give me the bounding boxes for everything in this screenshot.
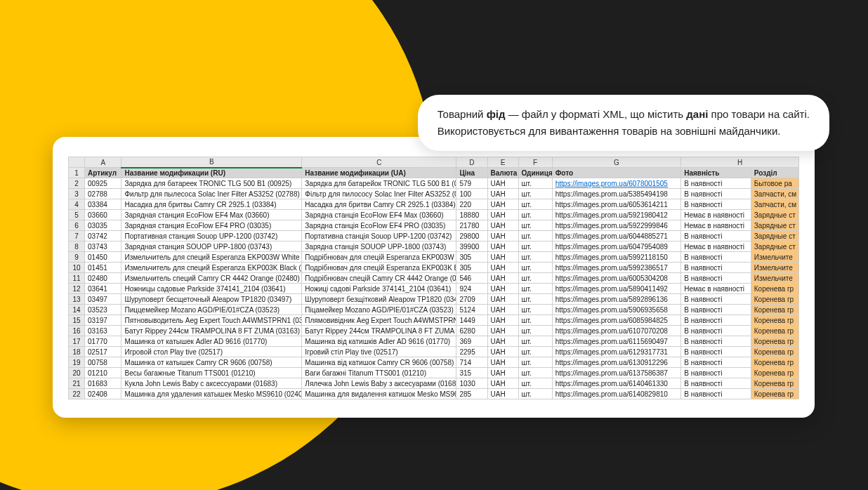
cell-price[interactable]: 100 — [456, 189, 487, 199]
cell-unit[interactable]: шт. — [518, 199, 552, 210]
cell-article[interactable]: 02517 — [85, 347, 121, 357]
cell-photo[interactable]: https://images.prom.ua/6130912296 — [552, 357, 680, 368]
cell-unit[interactable]: шт. — [518, 241, 552, 252]
cell-name-ua[interactable]: Плямовивідник Aeg Expert Touch A4WMSTPRN… — [302, 315, 456, 326]
cell-article[interactable]: 02480 — [85, 273, 121, 284]
cell-photo[interactable]: https://images.prom.ua/6085984825 — [552, 315, 680, 326]
cell-availability[interactable]: В наявності — [681, 294, 751, 305]
cell-name-ua[interactable]: Лялечка John Lewis Baby з аксесуарами (0… — [302, 378, 456, 389]
cell-photo[interactable]: https://images.prom.ua/5892896136 — [552, 294, 680, 305]
cell-price[interactable]: 579 — [456, 178, 487, 189]
cell-price[interactable]: 39900 — [456, 241, 487, 252]
cell-name-ua[interactable]: Ігровий стіл Play tive (02517) — [302, 347, 456, 357]
cell-article[interactable]: 01451 — [85, 263, 121, 273]
cell-price[interactable]: 305 — [456, 252, 487, 263]
cell-photo[interactable]: https://images.prom.ua/6005304208 — [552, 273, 680, 284]
cell-name-ua[interactable]: Машинка від катишок Camry CR 9606 (00758… — [302, 357, 456, 368]
cell-availability[interactable]: В наявності — [681, 252, 751, 263]
cell-name-ua[interactable]: Подрібнювач для спецій Esperanza EKP003K… — [302, 263, 456, 273]
row-number-1[interactable]: 1 — [69, 168, 85, 178]
cell-price[interactable]: 1449 — [456, 315, 487, 326]
cell-photo[interactable]: https://images.prom.ua/6047954089 — [552, 241, 680, 252]
cell-price[interactable]: 21780 — [456, 220, 487, 231]
cell-name-ua[interactable]: Зарядна станція EcoFlow EF4 Max (03660) — [302, 210, 456, 220]
cell-currency[interactable]: UAH — [487, 231, 518, 241]
col-header-C[interactable]: C — [302, 157, 456, 168]
cell-photo[interactable]: https://images.prom.ua/5906935658 — [552, 305, 680, 315]
cell-article[interactable]: 01450 — [85, 252, 121, 263]
cell-currency[interactable]: UAH — [487, 273, 518, 284]
row-number[interactable]: 10 — [69, 263, 85, 273]
col-header-D[interactable]: D — [456, 157, 487, 168]
cell-name-ru[interactable]: Весы багажные Titanum TTS001 (01210) — [121, 368, 302, 378]
cell-unit[interactable]: шт. — [518, 273, 552, 284]
row-number[interactable]: 15 — [69, 315, 85, 326]
row-number[interactable]: 17 — [69, 336, 85, 347]
col-header-A[interactable]: A — [85, 157, 121, 168]
cell-section[interactable]: Коренева гр — [751, 347, 798, 357]
cell-photo[interactable]: https://images.prom.ua/6137586387 — [552, 368, 680, 378]
col-header-E[interactable]: E — [487, 157, 518, 168]
cell-availability[interactable]: В наявності — [681, 231, 751, 241]
cell-currency[interactable]: UAH — [487, 326, 518, 336]
cell-name-ua[interactable]: Зарядна станція SOUOP UPP-1800 (03743) — [302, 241, 456, 252]
cell-availability[interactable]: В наявності — [681, 315, 751, 326]
cell-section[interactable]: Зарядные ст — [751, 210, 798, 220]
cell-currency[interactable]: UAH — [487, 210, 518, 220]
cell-name-ru[interactable]: Ножницы садовые Parkside 374141_2104 (03… — [121, 284, 302, 294]
cell-availability[interactable]: В наявності — [681, 305, 751, 315]
cell-name-ru[interactable]: Машинка для удаления катышек Mesko MS961… — [121, 389, 302, 399]
row-number[interactable]: 14 — [69, 305, 85, 315]
cell-price[interactable]: 369 — [456, 336, 487, 347]
row-number[interactable]: 21 — [69, 378, 85, 389]
cell-availability[interactable]: Немає в наявності — [681, 210, 751, 220]
cell-name-ua[interactable]: Подрібнювач спецій Camry CR 4442 Orange … — [302, 273, 456, 284]
cell-name-ru[interactable]: Зарядка для батареек TRONIC TLG 500 B1 (… — [121, 178, 302, 189]
row-number[interactable]: 12 — [69, 284, 85, 294]
cell-article[interactable]: 03743 — [85, 241, 121, 252]
cell-article[interactable]: 02408 — [85, 389, 121, 399]
cell-photo[interactable]: https://images.prom.ua/5992386517 — [552, 263, 680, 273]
row-number[interactable]: 22 — [69, 389, 85, 399]
cell-currency[interactable]: UAH — [487, 305, 518, 315]
cell-unit[interactable]: шт. — [518, 336, 552, 347]
cell-name-ru[interactable]: Фильтр для пылесоса Solac Iner Filter AS… — [121, 189, 302, 199]
cell-article[interactable]: 00925 — [85, 178, 121, 189]
cell-section[interactable]: Коренева гр — [751, 378, 798, 389]
photo-link[interactable]: https://images.prom.ua/6078001505 — [555, 180, 668, 187]
cell-name-ru[interactable]: Шуруповерт бесщеточный Aleapow TP1820 (0… — [121, 294, 302, 305]
cell-price[interactable]: 924 — [456, 284, 487, 294]
cell-name-ua[interactable]: Шуруповерт безщітковий Aleapow TP1820 (0… — [302, 294, 456, 305]
cell-price[interactable]: 2709 — [456, 294, 487, 305]
cell-unit[interactable]: шт. — [518, 368, 552, 378]
row-number[interactable]: 5 — [69, 210, 85, 220]
cell-article[interactable]: 03660 — [85, 210, 121, 220]
cell-name-ru[interactable]: Машинка от катышек Camry CR 9606 (00758) — [121, 357, 302, 368]
cell-unit[interactable]: шт. — [518, 326, 552, 336]
cell-price[interactable]: 2295 — [456, 347, 487, 357]
cell-name-ru[interactable]: Портативная станция Souop UPP-1200 (0374… — [121, 231, 302, 241]
cell-name-ua[interactable]: Машинка для видалення катишок Mesko MS96… — [302, 389, 456, 399]
cell-name-ua[interactable]: Машинка від катишків Adler AD 9616 (0177… — [302, 336, 456, 347]
cell-article[interactable]: 03384 — [85, 199, 121, 210]
hdr-name-ru[interactable]: Название модификации (RU) — [121, 168, 302, 178]
cell-name-ru[interactable]: Зарядная станция EcoFlow EF4 Max (03660) — [121, 210, 302, 220]
cell-section[interactable]: Зарядные ст — [751, 220, 798, 231]
cell-currency[interactable]: UAH — [487, 220, 518, 231]
col-header-G[interactable]: G — [552, 157, 680, 168]
cell-name-ua[interactable]: Зарядка для батарейок TRONIC TLG 500 B1 … — [302, 178, 456, 189]
cell-name-ru[interactable]: Машинка от катышек Adler AD 9616 (01770) — [121, 336, 302, 347]
cell-unit[interactable]: шт. — [518, 357, 552, 368]
hdr-name-ua[interactable]: Название модификации (UA) — [302, 168, 456, 178]
cell-price[interactable]: 315 — [456, 368, 487, 378]
cell-availability[interactable]: В наявності — [681, 378, 751, 389]
cell-article[interactable]: 03523 — [85, 305, 121, 315]
cell-section[interactable]: Коренева гр — [751, 284, 798, 294]
row-number[interactable]: 4 — [69, 199, 85, 210]
cell-unit[interactable]: шт. — [518, 189, 552, 199]
cell-availability[interactable]: В наявності — [681, 178, 751, 189]
cell-unit[interactable]: шт. — [518, 231, 552, 241]
cell-unit[interactable]: шт. — [518, 347, 552, 357]
cell-name-ru[interactable]: Зарядная станция SOUOP UPP-1800 (03743) — [121, 241, 302, 252]
hdr-availability[interactable]: Наявність — [681, 168, 751, 178]
